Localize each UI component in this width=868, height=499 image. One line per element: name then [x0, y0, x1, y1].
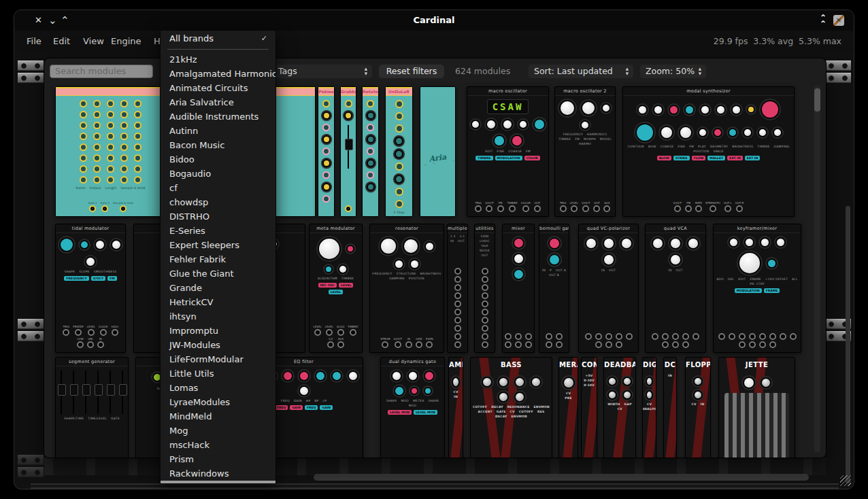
brand-menu-item[interactable]: Prism	[161, 452, 276, 466]
knob	[669, 105, 679, 115]
jack-socket	[616, 333, 622, 340]
main-horizontal-scrollbar[interactable]	[314, 474, 809, 481]
brand-menu-item[interactable]: Bogaudio	[161, 167, 276, 181]
module-quad-vca[interactable]: quad VCAINOUT	[645, 224, 706, 353]
main-vertical-scrollbar[interactable]	[846, 206, 850, 483]
brand-menu-item[interactable]: Autinn	[161, 124, 276, 138]
module-panel[interactable]: GatesOutputLengthSample & HoldGate 1Gate…	[55, 86, 166, 217]
browser-scrollbar-track[interactable]	[814, 86, 820, 452]
module-multiples[interactable]: multiples1:33:1INOUT	[447, 224, 468, 353]
knob	[738, 252, 761, 275]
module-rotatoes[interactable]: Rotatoes	[362, 86, 379, 217]
brand-menu-item[interactable]: HetrickCV	[161, 295, 276, 309]
resize-grip[interactable]	[840, 475, 851, 486]
knob	[679, 126, 692, 139]
knob-row	[471, 373, 552, 404]
module-tidal-modulator[interactable]: tidal modulatorSHAPESLOPESMOOTHNESSFREQU…	[55, 224, 126, 353]
brand-menu-item[interactable]: Mog	[161, 424, 276, 438]
brand-menu-item[interactable]: LifeFormModular	[161, 352, 276, 366]
brand-menu-item[interactable]: E-Series	[161, 224, 276, 238]
jack-socket	[509, 205, 516, 212]
knob-row	[363, 96, 378, 192]
module-jette[interactable]: JETTEIMPCT	[718, 357, 795, 458]
brand-menu-item[interactable]: Glue the Giant	[161, 266, 276, 281]
brand-menu-item[interactable]: Lomas	[161, 381, 276, 395]
brand-menu-item[interactable]: Expert Sleepers	[161, 238, 276, 252]
brand-menu-item[interactable]: 21kHz	[161, 52, 276, 67]
module-deadband[interactable]: DEADBANDWIDTHGAPCV	[603, 357, 636, 458]
brand-menu-item[interactable]: mscHack	[161, 438, 276, 452]
knob	[533, 118, 546, 131]
menu-engine[interactable]: Engine	[111, 31, 141, 52]
brand-menu-item[interactable]: LyraeModules	[161, 395, 276, 409]
module-grabby[interactable]: Grabby	[340, 86, 356, 217]
collapse-icon[interactable]: ⌃ ⌃	[820, 10, 827, 27]
brand-menu-item[interactable]: Grande	[161, 281, 276, 295]
module-dc[interactable]: DCIN	[663, 357, 677, 458]
module-resonator[interactable]: resonatorFREQUENCYSTRUCTUREBRIGHTNESSDAM…	[369, 224, 444, 353]
screenshot-icon[interactable]: ✕	[833, 15, 844, 26]
brand-menu-item[interactable]: ihtsyn	[161, 309, 276, 324]
brand-menu-item[interactable]: Animated Circuits	[161, 81, 276, 95]
jack-socket	[585, 333, 592, 340]
jack-socket	[454, 317, 461, 324]
browser-scrollbar-thumb[interactable]	[814, 88, 820, 111]
module-macro-oscillator-2[interactable]: macro oscillator 2FREQUENCYHARMONICSTIMB…	[554, 86, 616, 217]
jack	[454, 292, 461, 299]
menu-file[interactable]: File	[27, 31, 41, 52]
module-segment-generator[interactable]: segment generatorSHAPE/TIMETIME/LEVELGAT…	[55, 357, 129, 458]
brand-menu-item[interactable]: Rackwindows	[161, 466, 276, 481]
knob	[729, 237, 739, 247]
jack-socket	[525, 341, 532, 348]
brand-menu-item[interactable]: MindMeld	[161, 409, 276, 424]
module-conv[interactable]: CONV+5V0-10V0-10V	[581, 357, 597, 458]
module-title: CONV	[582, 358, 597, 373]
module-digi[interactable]: DIGICVANALOG	[642, 357, 656, 458]
jack	[482, 325, 488, 332]
module-macro-oscillator[interactable]: macro oscillatorCSAWEDITFINECOARSEFMTIMB…	[467, 86, 549, 217]
panel-label: FREQUENCY	[563, 133, 583, 136]
brand-menu-item[interactable]: JW-Modules	[161, 338, 276, 352]
brand-menu-item[interactable]: DISTRHO	[161, 209, 276, 224]
jack: IN	[405, 337, 412, 348]
knob-row	[503, 233, 534, 281]
module-mera[interactable]: MERACVPRE	[558, 357, 578, 458]
module-dual-dynamics-gate[interactable]: dual dynamics gateSHAPEMODMETERSHAPEMODL…	[380, 357, 445, 458]
brand-menu-item[interactable]: Little Utils	[161, 366, 276, 381]
brand-menu-item[interactable]: Bidoo	[161, 152, 276, 167]
brand-menu-item[interactable]: Audible Instruments	[161, 109, 276, 124]
brand-menu-item[interactable]: Fehler Fabrik	[161, 252, 276, 266]
module-quad-vc-polarizer[interactable]: quad VC-polarizerINOUT	[578, 224, 639, 353]
panel-label: POSITION	[693, 150, 709, 153]
menu-view[interactable]: View	[83, 31, 104, 52]
jack-label: EVEN	[426, 337, 433, 341]
module-pokies[interactable]: Pokies	[318, 86, 335, 217]
module-modal-synthesizer[interactable]: modal synthesizerCONTOURBOWCOARSEFINEFMP…	[622, 86, 795, 217]
jack	[505, 341, 512, 348]
module-utilities[interactable]: utilitiesSIGNLOGICS&HNOISEOUT	[474, 224, 495, 353]
module-keyframer-mixer[interactable]: keyframer/mixerADDDELEDITFRAME+10V OFFSE…	[713, 224, 801, 353]
module-amp[interactable]: AMPCVIN	[448, 357, 463, 458]
brand-menu-item-all[interactable]: All brands ✓	[161, 31, 276, 47]
module-bass[interactable]: BASSCUTOFFDECAYRESONANCEENVMODACCENTGATE…	[470, 357, 552, 458]
menu-edit[interactable]: Edit	[53, 31, 70, 52]
brand-menu-item[interactable]: Amalgamated Harmonics	[161, 67, 276, 81]
brand-menu-item[interactable]: Aria Salvatrice	[161, 95, 276, 109]
jack: OUT	[593, 201, 600, 212]
module-flopper[interactable]: FLOPPERCVIN	[685, 357, 711, 458]
jack-socket	[93, 154, 101, 162]
knob-row	[686, 373, 710, 401]
knob	[646, 390, 653, 400]
module-aria-salvatrice[interactable]: Aria Salvatrice	[420, 86, 456, 217]
brand-menu-item[interactable]: Bacon Music	[161, 138, 276, 152]
brand-menu-item[interactable]: chowdsp	[161, 195, 276, 209]
module-meta-modulator[interactable]: meta modulatorALGORITHMTIMBREINT. OSCLEV…	[309, 224, 363, 353]
module-mixer[interactable]: mixer	[502, 224, 535, 353]
module-undular[interactable]: UnDuLaRX StepPaddingZoomAlignTrim	[385, 86, 413, 217]
chip-row: FREQUENCYV/OCTFM	[56, 275, 125, 282]
brand-menu-item[interactable]: Impromptu	[161, 324, 276, 338]
brand-menu-item[interactable]: cf	[161, 181, 276, 195]
panel-label: GATE	[111, 417, 120, 420]
panel-label: FM	[689, 145, 694, 148]
module-bernoulli-gate[interactable]: bernoulli gateINPOUT AOUT B	[539, 224, 569, 353]
